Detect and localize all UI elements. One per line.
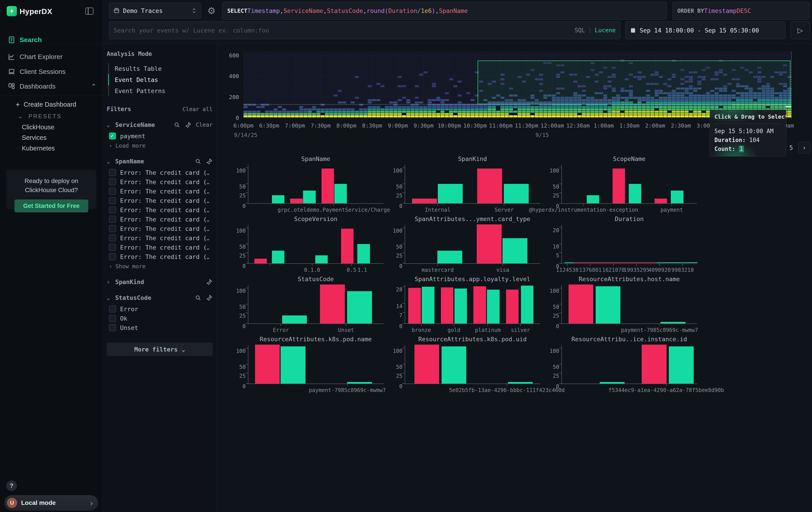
checkbox[interactable] <box>109 235 116 242</box>
search-icon[interactable] <box>195 158 201 165</box>
filter-option[interactable]: Error: The credit card (… <box>109 233 212 243</box>
checkbox[interactable] <box>109 305 116 313</box>
y-axis-label: 100 <box>236 168 246 174</box>
filter-option[interactable]: Ok <box>109 314 212 323</box>
filter-option[interactable]: Error: The credit card (… <box>109 215 212 224</box>
chevron-up-icon[interactable]: ⌃ <box>91 83 96 90</box>
date-range-picker[interactable]: Sep 14 18:00:00 - Sep 15 05:30:00 <box>625 21 785 39</box>
chart-title: ResourceAttributes.k8s.pod.uid <box>405 336 540 343</box>
filter-option[interactable]: Error <box>109 304 212 314</box>
order-by-input[interactable]: ORDER BY Timestamp DESC <box>673 2 809 20</box>
checkbox[interactable] <box>109 178 116 185</box>
next-page-button[interactable]: › <box>798 142 810 153</box>
filter-group-name[interactable]: SpanKind <box>115 278 144 286</box>
chevron-down-icon[interactable]: ⌄ <box>107 122 112 128</box>
selection-resize-handle[interactable] <box>786 106 791 107</box>
filter-group-name[interactable]: SpanName <box>115 158 144 165</box>
y-axis-label: 0 <box>242 203 246 209</box>
y-axis-label: 25 <box>553 193 559 199</box>
sidebar-collapse-icon[interactable] <box>85 7 93 15</box>
pin-icon[interactable] <box>206 279 212 286</box>
get-started-button[interactable]: Get Started for Free <box>14 199 88 212</box>
selection-region[interactable] <box>477 60 791 104</box>
lucene-mode-button[interactable]: Lucene <box>595 27 616 34</box>
filter-option[interactable]: Error: The credit card (… <box>109 196 212 205</box>
show-more-button[interactable]: › Show more <box>109 263 212 270</box>
sidebar-item-chart-explorer[interactable]: Chart Explorer <box>0 50 103 64</box>
run-query-button[interactable]: ▷ <box>791 21 810 39</box>
checkbox[interactable] <box>109 315 116 322</box>
x-axis-label: 19935295 <box>624 267 649 273</box>
bar-red <box>341 228 353 263</box>
filter-option[interactable]: Error: The credit card (… <box>109 243 212 252</box>
sidebar-item-search[interactable]: Search <box>0 33 103 47</box>
filter-option[interactable]: payment <box>109 131 212 141</box>
settings-gear-icon[interactable]: ⚙ <box>206 5 217 17</box>
filter-option[interactable]: Error: The credit card (… <box>109 205 212 215</box>
sql-select-input[interactable]: SELECT Timestamp, ServiceName, StatusCod… <box>222 2 667 20</box>
y-tick-mark <box>246 313 248 313</box>
filter-group-name[interactable]: StatusCode <box>115 294 151 301</box>
checkbox[interactable] <box>109 225 116 232</box>
presets-toggle[interactable]: ⌄ PRESETS <box>0 110 103 122</box>
filter-group-name[interactable]: ServiceName <box>115 121 155 128</box>
checkbox[interactable] <box>109 188 116 195</box>
filter-option[interactable]: Error: The credit card (… <box>109 187 212 196</box>
filter-list-spanname: Error: The credit card (…Error: The cred… <box>109 168 212 261</box>
sidebar-item-clickhouse[interactable]: ClickHouse <box>0 121 103 133</box>
x-tick-mark <box>613 263 614 266</box>
analysis-option-results-table[interactable]: Results Table <box>108 63 212 74</box>
filter-option[interactable]: Error: The credit card (… <box>109 224 212 233</box>
x-tick-mark <box>270 263 270 266</box>
x-tick-mark <box>421 323 422 326</box>
search-input[interactable] <box>114 27 575 34</box>
pin-icon[interactable] <box>206 158 212 165</box>
filter-option[interactable]: Error: The credit card (… <box>109 177 212 187</box>
more-filters-button[interactable]: More filters ⌄ <box>107 343 213 356</box>
analysis-option-event-deltas[interactable]: Event Deltas <box>108 74 212 85</box>
y-tick-mark <box>246 253 248 253</box>
checkbox[interactable] <box>109 253 116 260</box>
chart-title: ResourceAttributes.host.name <box>561 276 697 282</box>
separator: | <box>588 27 592 34</box>
sidebar-item-kubernetes[interactable]: Kubernetes <box>0 142 103 154</box>
checkbox[interactable] <box>109 169 116 176</box>
create-dashboard-button[interactable]: + Create Dashboard <box>0 99 103 110</box>
search-icon[interactable] <box>195 295 201 301</box>
checkbox[interactable] <box>109 324 116 331</box>
source-selector[interactable]: Demo Traces <box>109 3 201 19</box>
filter-option[interactable]: Unset <box>109 323 212 332</box>
checkbox[interactable] <box>109 216 116 223</box>
checkbox[interactable] <box>109 132 116 140</box>
chevron-down-icon[interactable]: ⌄ <box>107 158 112 164</box>
y-axis-label: 7 <box>399 312 402 319</box>
checkbox[interactable] <box>109 244 116 251</box>
y-axis-label: 0 <box>242 263 246 269</box>
y-axis-label: 50 <box>396 244 402 250</box>
clear-group-button[interactable]: Clear <box>196 122 212 128</box>
clear-all-button[interactable]: Clear all <box>182 106 212 112</box>
filter-option[interactable]: Error: The credit card (… <box>109 252 212 261</box>
x-tick-mark <box>281 323 281 326</box>
pin-icon[interactable] <box>206 295 212 301</box>
query-token: ) <box>432 7 435 14</box>
y-tick-mark <box>246 228 248 228</box>
x-tick-mark <box>437 263 438 266</box>
heatmap-plot[interactable] <box>243 52 791 118</box>
pin-icon[interactable] <box>185 122 192 128</box>
chevron-right-icon[interactable]: › <box>107 279 112 285</box>
search-icon[interactable] <box>174 122 180 128</box>
sidebar-item-services[interactable]: Services <box>0 132 103 143</box>
chevron-down-icon[interactable]: ⌄ <box>107 295 112 301</box>
checkbox[interactable] <box>109 197 116 204</box>
local-mode-menu[interactable]: U Local mode › <box>4 495 98 511</box>
filter-option-label: Unset <box>120 324 138 331</box>
analysis-option-event-patterns[interactable]: Event Patterns <box>108 85 212 97</box>
sidebar-item-dashboards[interactable]: Dashboards ⌃ <box>0 79 103 93</box>
load-more-button[interactable]: › Load more <box>109 142 212 149</box>
checkbox[interactable] <box>109 206 116 214</box>
sidebar-item-client-sessions[interactable]: Client Sessions <box>0 65 103 79</box>
sql-mode-button[interactable]: SQL <box>575 27 585 34</box>
help-button[interactable]: ? <box>6 480 17 491</box>
filter-option[interactable]: Error: The credit card (… <box>109 168 212 177</box>
